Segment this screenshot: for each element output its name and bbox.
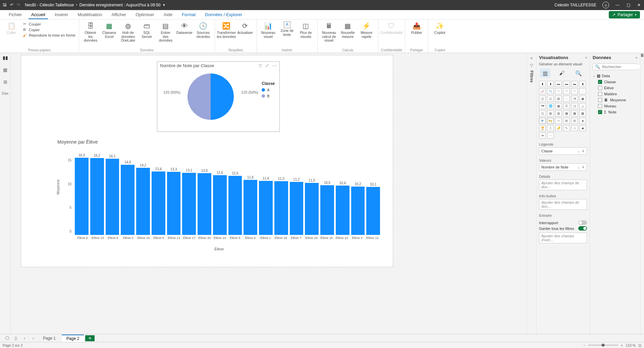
viz-type-button[interactable]: ⊟	[571, 118, 578, 124]
save-icon[interactable]: 🖫	[3, 3, 7, 7]
undo-icon[interactable]: ↶	[10, 3, 13, 7]
tab-donnees[interactable]: Données / Explorer	[200, 10, 247, 19]
viz-type-button[interactable]: ▦	[579, 110, 586, 116]
remove-icon[interactable]: ✕	[582, 149, 585, 153]
format-painter-button[interactable]: 🖌Reproduire la mise en forme	[21, 33, 76, 38]
tab-modelisation[interactable]: Modélisation	[73, 10, 107, 19]
values-field-well[interactable]: Nombre de Note⌄✕	[539, 163, 587, 171]
field-matière[interactable]: Matière	[593, 91, 637, 97]
tab-accueil[interactable]: Accueil	[26, 10, 50, 19]
viz-type-button[interactable]: ▦	[571, 110, 578, 116]
new-visual-button[interactable]: 📊Nouveau visuel	[260, 20, 277, 40]
crossreport-toggle[interactable]	[578, 220, 587, 225]
tab-fichier[interactable]: Fichier	[4, 10, 26, 19]
viz-type-button[interactable]: ▮	[579, 81, 586, 87]
details-field-well[interactable]: Ajouter des champs de don...	[539, 180, 587, 190]
focus-icon[interactable]: ⤢	[265, 63, 269, 68]
format-tab-icon[interactable]: 🖌	[556, 69, 567, 78]
bar[interactable]	[259, 181, 273, 235]
viz-type-button[interactable]: ◫	[547, 96, 554, 102]
canvas-area[interactable]: Nombre de Note par Classe ▽ ⤢ ⋯ 120 (50%…	[11, 53, 527, 334]
viz-type-button[interactable]: ◫	[539, 110, 546, 116]
more-visuals-button[interactable]: ◫Plus de visuels	[297, 20, 315, 40]
viz-type-button[interactable]: 🗺	[539, 103, 546, 109]
viz-type-button[interactable]: ⤳	[555, 118, 562, 124]
chevron-down-icon[interactable]: ⌄	[577, 165, 580, 169]
model-view-icon[interactable]: ⊞	[3, 79, 7, 85]
viz-type-button[interactable]: 〰	[555, 88, 562, 94]
dataverse-button[interactable]: 👁Dataverse	[176, 20, 193, 36]
viz-type-button[interactable]: 🌐	[547, 103, 554, 109]
filter-icon[interactable]: ▽	[259, 63, 262, 68]
viz-type-button[interactable]: ◳	[571, 103, 578, 109]
tab-aide[interactable]: Aide	[159, 10, 177, 19]
viz-type-button[interactable]: ◕	[579, 96, 586, 102]
sql-button[interactable]: 🗃SQL Server	[138, 20, 156, 40]
next-page-button[interactable]: ›	[30, 335, 37, 342]
redo-icon[interactable]: ↷	[17, 3, 20, 7]
bar[interactable]	[290, 182, 304, 235]
field-élève[interactable]: Élève	[593, 85, 637, 91]
scroll-thumb[interactable]	[641, 54, 643, 57]
viz-type-button[interactable]: ⋰	[579, 88, 586, 94]
transform-button[interactable]: 🔀Transformer les données	[218, 20, 235, 40]
bar[interactable]	[244, 180, 257, 235]
checkbox[interactable]	[598, 104, 602, 108]
build-tab-icon[interactable]: ▥	[540, 69, 550, 78]
viz-type-button[interactable]: ▥	[555, 110, 562, 116]
maximize-button[interactable]: ▢	[626, 3, 631, 7]
bar[interactable]	[198, 173, 211, 235]
viz-type-button[interactable]: ▯	[547, 125, 554, 131]
enter-data-button[interactable]: ▤Entrer des données	[157, 20, 174, 44]
expand-icon[interactable]: «	[530, 56, 533, 60]
zoom-in-button[interactable]: +	[621, 343, 623, 347]
bar[interactable]	[75, 158, 89, 235]
publish-button[interactable]: 📤Publier	[408, 20, 425, 36]
viz-type-button[interactable]: △	[579, 103, 586, 109]
viz-type-button[interactable]: ⊞	[563, 118, 570, 124]
viz-type-button[interactable]: ◫	[539, 96, 546, 102]
share-button[interactable]: ↗Partager▾	[609, 11, 640, 18]
minimize-button[interactable]: —	[615, 3, 620, 7]
checkbox[interactable]: ✓	[598, 80, 602, 84]
onelake-button[interactable]: ◍Hub de données OneLake	[119, 20, 137, 44]
viz-type-button[interactable]: ▬	[555, 81, 562, 87]
viz-type-button[interactable]: ▮	[539, 81, 546, 87]
viz-type-button[interactable]: ≫	[539, 133, 546, 139]
bar[interactable]	[167, 172, 181, 235]
search-input[interactable]	[602, 65, 644, 69]
add-page-button[interactable]: +	[85, 335, 95, 341]
visual-calc-button[interactable]: 🖩Nouveau calcul de visuel	[320, 20, 338, 44]
report-canvas[interactable]: Nombre de Note par Classe ▽ ⤢ ⋯ 120 (50%…	[21, 55, 393, 267]
more-icon[interactable]: ⋯	[272, 63, 277, 68]
table-node[interactable]: ⌄▦Data	[593, 73, 637, 79]
close-button[interactable]: ✕	[637, 3, 641, 7]
tab-optimiser[interactable]: Optimiser	[131, 10, 159, 19]
bar[interactable]	[136, 168, 150, 235]
sensitivity-button[interactable]: 🛡Confidentialité	[383, 20, 400, 36]
viz-type-button[interactable]: ▬	[563, 81, 570, 87]
field-moyenne[interactable]: 🖩Moyenne	[593, 97, 637, 103]
textbox-button[interactable]: AZone de texte	[278, 20, 296, 38]
viz-type-button[interactable]: 〰	[563, 88, 570, 94]
viz-type-button[interactable]: ◇	[571, 125, 578, 131]
user-avatar-icon[interactable]: ☺	[602, 2, 609, 8]
page-tab-1[interactable]: Page 1	[38, 335, 60, 342]
refresh-button[interactable]: ⟳Actualiser	[236, 20, 254, 36]
legend-field-well[interactable]: Classe⌄✕	[539, 147, 587, 155]
keepfilters-toggle[interactable]	[578, 226, 587, 231]
viz-type-button[interactable]: 🏆	[539, 125, 546, 131]
bar[interactable]	[274, 181, 288, 235]
viz-type-button[interactable]: ▤	[547, 110, 554, 116]
viz-type-button[interactable]: 🔑	[555, 125, 562, 131]
dax-view-icon[interactable]: Dax	[2, 91, 9, 95]
viz-type-button[interactable]: ▥	[555, 96, 562, 102]
report-view-icon[interactable]: ▮▮	[3, 55, 8, 60]
chevron-down-icon[interactable]: ▼	[163, 3, 166, 7]
checkbox[interactable]	[598, 98, 602, 102]
viz-type-button[interactable]: 〰	[571, 88, 578, 94]
field-search[interactable]: 🔍	[593, 63, 637, 70]
bar[interactable]	[90, 158, 104, 235]
copilot-button[interactable]: ✨Copilot	[431, 20, 448, 36]
copy-button[interactable]: ⧉Copier	[21, 27, 76, 32]
